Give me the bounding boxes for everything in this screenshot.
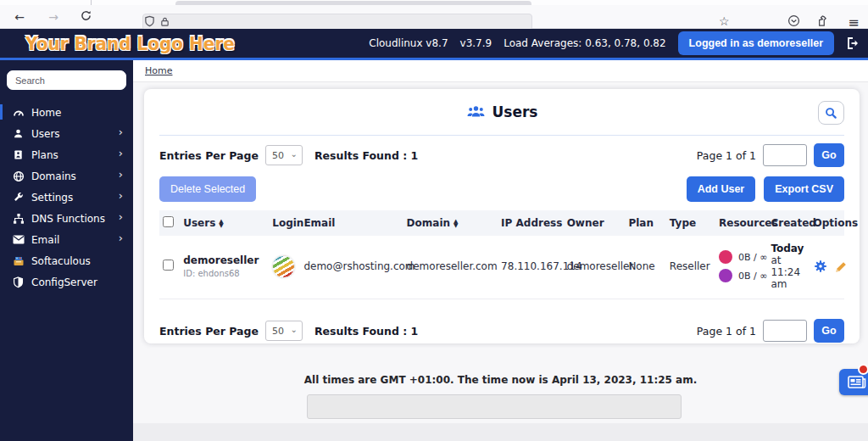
back-button[interactable]: ← [8, 10, 31, 24]
resource-value: 0B / ∞ [738, 271, 767, 282]
go-button[interactable]: Go [814, 143, 844, 167]
table-search-button[interactable] [818, 101, 844, 125]
sidebar-item-label: DNS Functions [31, 213, 105, 225]
softaculous-icon [12, 254, 25, 267]
progress-bar [307, 394, 682, 419]
sidebar-item-configserver[interactable]: ConfigServer [0, 271, 133, 293]
browser-toolbar: ← → ☆ ≡ [0, 5, 868, 29]
entries-per-page-label: Entries Per Page [159, 325, 259, 338]
col-owner: Owner [564, 210, 626, 236]
col-plan: Plan [625, 210, 665, 236]
sidebar-item-label: Plans [31, 149, 58, 161]
entries-per-page-select[interactable]: 50 ⌄ [265, 321, 303, 341]
addon-icon[interactable] [815, 14, 827, 31]
breadcrumb: Home [133, 60, 868, 82]
resource-dot-purple [719, 269, 732, 282]
url-input[interactable] [172, 15, 531, 29]
reload-button[interactable] [75, 10, 97, 24]
row-ip: 78.110.167.114 [498, 236, 564, 299]
sidebar-item-domains[interactable]: Domains › [0, 165, 133, 187]
logout-button[interactable] [846, 36, 860, 50]
dashboard-icon [12, 106, 25, 119]
row-username[interactable]: demoreseller [183, 254, 265, 266]
row-created-time: at 11:24 am [771, 254, 800, 290]
chevron-right-icon: › [119, 126, 123, 138]
search-icon [825, 107, 837, 120]
sidebar-item-dns-functions[interactable]: DNS Functions › [0, 208, 133, 229]
envelope-icon [12, 233, 25, 246]
main-content: Home Users Entries Per Page 50 ⌄ Results… [133, 60, 868, 441]
sidebar-item-home[interactable]: Home [0, 102, 133, 123]
bookmark-star-icon[interactable]: ☆ [719, 15, 730, 27]
row-domain[interactable]: demoreseller.com [403, 236, 498, 299]
user-icon [12, 127, 25, 140]
delete-selected-button[interactable]: Delete Selected [159, 176, 256, 202]
login-avatar[interactable] [272, 255, 295, 278]
col-users[interactable]: Users [180, 210, 269, 236]
footer-band [133, 423, 868, 441]
tracking-shield-icon[interactable] [144, 14, 155, 31]
export-csv-button[interactable]: Export CSV [764, 176, 844, 202]
page-title-text: Users [492, 103, 538, 120]
url-bar[interactable] [142, 14, 532, 31]
users-group-icon [466, 105, 486, 119]
sidebar-item-label: Users [31, 128, 60, 140]
pocket-icon[interactable] [787, 14, 800, 31]
go-button[interactable]: Go [814, 319, 844, 343]
chevron-right-icon: › [119, 147, 123, 159]
lock-icon[interactable] [160, 14, 170, 31]
sidebar-item-label: Settings [31, 192, 73, 204]
chevron-right-icon: › [119, 210, 123, 223]
page-number-input[interactable] [763, 320, 807, 342]
col-email: Email [300, 210, 403, 236]
shield-icon [12, 276, 25, 288]
row-owner: demoreseller [564, 236, 626, 299]
col-created: Created [767, 210, 810, 236]
chevron-right-icon: › [119, 189, 123, 202]
table-header-row: Users Login Email Domain IP Address Owne… [159, 210, 844, 236]
sidebar-search-input[interactable] [7, 70, 126, 90]
resource-usage-primary: 0B / ∞ [719, 248, 764, 266]
chevron-right-icon: › [119, 168, 123, 181]
select-all-checkbox[interactable] [163, 216, 174, 227]
sidebar-item-plans[interactable]: Plans › [0, 144, 133, 165]
manage-gear-icon[interactable] [814, 260, 827, 273]
users-card: Users Entries Per Page 50 ⌄ Results Foun… [144, 89, 860, 343]
entries-per-page-select[interactable]: 50 ⌄ [265, 145, 303, 165]
table-actions: Delete Selected Add User Export CSV [159, 171, 844, 207]
results-found-label: Results Found : 1 [314, 149, 418, 162]
forward-button[interactable]: → [42, 10, 64, 24]
select-caret-icon: ⌄ [291, 149, 298, 159]
brand-logo: Your Brand Logo Here [25, 32, 235, 54]
brand-header: Your Brand Logo Here Cloudlinux v8.7 v3.… [0, 29, 868, 60]
col-options: Options [810, 210, 844, 236]
row-user-id: ID: ehdons68 [183, 269, 265, 278]
row-email: demo@rshosting.com [300, 236, 403, 299]
table-row: demoreseller ID: ehdons68 demo@rshosting… [159, 236, 844, 299]
breadcrumb-home-link[interactable]: Home [145, 65, 172, 76]
col-domain[interactable]: Domain [403, 210, 498, 236]
page-number-input[interactable] [763, 144, 807, 166]
sidebar-item-label: Email [31, 234, 59, 246]
sidebar-item-email[interactable]: Email › [0, 229, 133, 250]
logged-in-button[interactable]: Logged in as demoreseller [678, 31, 834, 55]
wrench-icon [12, 191, 25, 204]
add-user-button[interactable]: Add User [687, 176, 756, 202]
row-checkbox[interactable] [163, 260, 174, 271]
sidebar-item-settings[interactable]: Settings › [0, 187, 133, 208]
sidebar-item-label: Home [31, 107, 61, 119]
panel-version-label: v3.7.9 [460, 37, 492, 49]
hamburger-menu-icon[interactable]: ≡ [843, 14, 865, 31]
logout-icon [846, 36, 860, 50]
sidebar-item-softaculous[interactable]: Softaculous [0, 250, 133, 271]
sort-icon [219, 220, 223, 228]
results-found-label: Results Found : 1 [314, 325, 418, 338]
col-resources: Resources [715, 210, 767, 236]
chevron-right-icon: › [119, 232, 123, 244]
sidebar-item-users[interactable]: Users › [0, 123, 133, 144]
page-title: Users [466, 103, 538, 120]
select-caret-icon: ⌄ [291, 325, 298, 334]
col-login: Login [269, 210, 300, 236]
edit-pencil-icon[interactable] [835, 260, 848, 273]
news-button[interactable] [839, 369, 868, 395]
